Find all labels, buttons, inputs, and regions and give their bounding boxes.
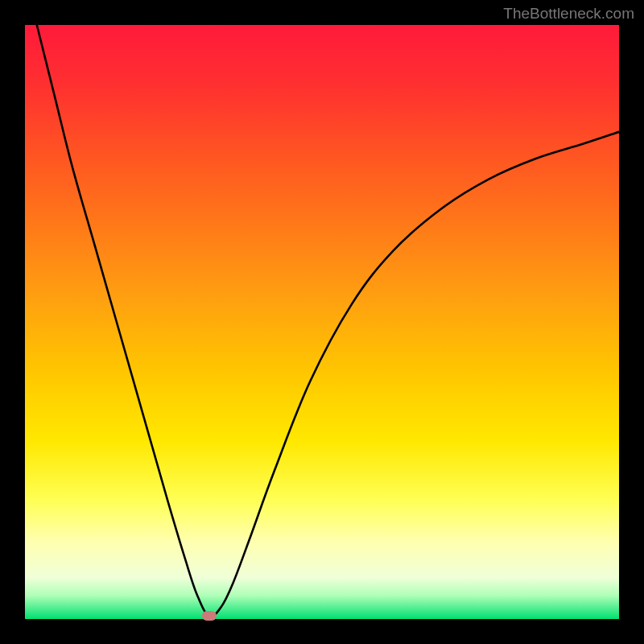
watermark-text: TheBottleneck.com [503,5,634,23]
plot-area [25,25,619,619]
bottleneck-curve [25,25,619,619]
minimum-marker [202,611,217,621]
